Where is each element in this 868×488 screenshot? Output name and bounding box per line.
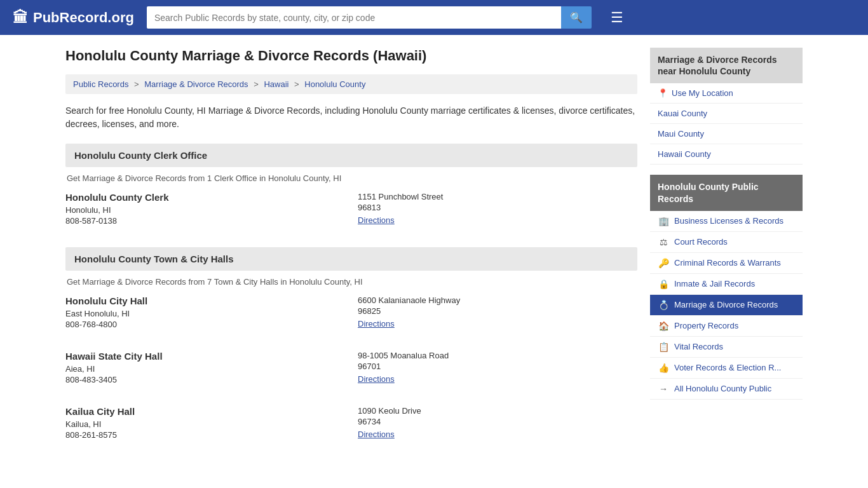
- cityhall-directions-link-2[interactable]: Directions: [358, 430, 395, 439]
- inmate-icon: 🔒: [658, 279, 669, 289]
- breadcrumb-sep-3: >: [294, 79, 299, 89]
- clerk-zip: 96813: [358, 203, 637, 212]
- business-icon: 🏢: [658, 216, 669, 226]
- cityhall-address-2: 1090 Keolu Drive: [358, 406, 637, 416]
- sidebar-item-marriage-label: Marriage & Divorce Records: [674, 300, 778, 309]
- cityhall-row-2: Kailua City Hall Kailua, HI 808-261-8575…: [65, 406, 637, 440]
- clerk-record-right: 1151 Punchbowl Street 96813 Directions: [358, 192, 637, 226]
- sidebar-item-inmate-label: Inmate & Jail Records: [674, 279, 755, 288]
- cityhall-right-0: 6600 Kalanianaole Highway 96825 Directio…: [358, 295, 637, 329]
- breadcrumb-sep-1: >: [134, 79, 139, 89]
- search-icon: 🔍: [570, 12, 583, 23]
- page-title: Honolulu County Marriage & Divorce Recor…: [65, 48, 637, 64]
- sidebar-item-property[interactable]: 🏠 Property Records: [650, 316, 803, 337]
- cityhall-zip-0: 96825: [358, 306, 637, 316]
- search-area: 🔍: [147, 6, 592, 29]
- cityhall-name-2: Kailua City Hall: [65, 406, 345, 417]
- cityhall-right-1: 98-1005 Moanalua Road 96701 Directions: [358, 351, 637, 384]
- all-icon: →: [658, 384, 669, 394]
- sidebar-item-court-label: Court Records: [674, 237, 728, 247]
- clerk-directions-link[interactable]: Directions: [358, 215, 395, 225]
- sidebar-item-criminal[interactable]: 🔑 Criminal Records & Warrants: [650, 253, 803, 274]
- cityhall-record-1: Hawaii State City Hall Aiea, HI 808-483-…: [65, 351, 637, 391]
- clerk-city: Honolulu, HI: [65, 205, 345, 215]
- sidebar-item-property-label: Property Records: [674, 321, 738, 330]
- use-location-label: Use My Location: [672, 88, 733, 98]
- sidebar-item-marriage[interactable]: 💍 Marriage & Divorce Records: [650, 295, 803, 316]
- cityhall-city-2: Kailua, HI: [65, 419, 345, 429]
- cityhall-right-2: 1090 Keolu Drive 96734 Directions: [358, 406, 637, 440]
- search-input[interactable]: [147, 6, 561, 29]
- sidebar-item-all-label: All Honolulu County Public: [674, 384, 771, 393]
- sidebar-nearby-hawaii[interactable]: Hawaii County: [650, 144, 803, 165]
- cityhalls-section-desc: Get Marriage & Divorce Records from 7 To…: [65, 277, 637, 287]
- breadcrumb-honolulu-county[interactable]: Honolulu County: [304, 79, 365, 89]
- page-description: Search for free Honolulu County, HI Marr…: [65, 104, 637, 131]
- cityhall-left-0: Honolulu City Hall East Honolulu, HI 808…: [65, 295, 345, 329]
- sidebar-item-inmate[interactable]: 🔒 Inmate & Jail Records: [650, 274, 803, 295]
- sidebar-item-voter[interactable]: 👍 Voter Records & Election R...: [650, 358, 803, 379]
- clerk-section-header: Honolulu County Clerk Office: [65, 144, 637, 167]
- cityhall-city-1: Aiea, HI: [65, 364, 345, 374]
- main-container: Honolulu County Marriage & Divorce Recor…: [53, 35, 815, 474]
- cityhall-phone-2: 808-261-8575: [65, 430, 345, 440]
- breadcrumb-hawaii[interactable]: Hawaii: [264, 79, 288, 89]
- marriage-icon: 💍: [658, 300, 669, 310]
- menu-button[interactable]: ☰: [611, 10, 623, 26]
- cityhall-row-0: Honolulu City Hall East Honolulu, HI 808…: [65, 295, 637, 329]
- sidebar-item-business[interactable]: 🏢 Business Licenses & Records: [650, 211, 803, 232]
- cityhall-directions-link-0[interactable]: Directions: [358, 319, 395, 329]
- cityhall-phone-0: 808-768-4800: [65, 320, 345, 329]
- cityhall-record-2: Kailua City Hall Kailua, HI 808-261-8575…: [65, 406, 637, 446]
- hamburger-icon: ☰: [611, 10, 623, 25]
- sidebar-nearby-section: Marriage & Divorce Records near Honolulu…: [650, 48, 803, 165]
- cityhall-phone-1: 808-483-3405: [65, 375, 345, 384]
- content-area: Honolulu County Marriage & Divorce Recor…: [65, 48, 637, 461]
- vital-icon: 📋: [658, 342, 669, 352]
- sidebar-nearby-kauai[interactable]: Kauai County: [650, 104, 803, 124]
- sidebar-item-criminal-label: Criminal Records & Warrants: [674, 258, 781, 268]
- cityhall-left-2: Kailua City Hall Kailua, HI 808-261-8575: [65, 406, 345, 440]
- breadcrumb-marriage-divorce[interactable]: Marriage & Divorce Records: [144, 79, 248, 89]
- criminal-icon: 🔑: [658, 258, 669, 268]
- clerk-name: Honolulu County Clerk: [65, 192, 345, 203]
- sidebar-item-vital[interactable]: 📋 Vital Records: [650, 337, 803, 358]
- clerk-section-desc: Get Marriage & Divorce Records from 1 Cl…: [65, 173, 637, 183]
- property-icon: 🏠: [658, 321, 669, 331]
- clerk-address: 1151 Punchbowl Street: [358, 192, 637, 201]
- breadcrumb-sep-2: >: [254, 79, 259, 89]
- cityhall-name-1: Hawaii State City Hall: [65, 351, 345, 362]
- cityhalls-section-header: Honolulu County Town & City Halls: [65, 247, 637, 271]
- sidebar-item-court[interactable]: ⚖ Court Records: [650, 232, 803, 253]
- cityhall-zip-1: 96701: [358, 362, 637, 371]
- cityhall-address-1: 98-1005 Moanalua Road: [358, 351, 637, 360]
- breadcrumb-public-records[interactable]: Public Records: [73, 79, 128, 89]
- cityhall-left-1: Hawaii State City Hall Aiea, HI 808-483-…: [65, 351, 345, 384]
- search-button[interactable]: 🔍: [561, 6, 592, 29]
- voter-icon: 👍: [658, 363, 669, 373]
- sidebar-records-title: Honolulu County Public Records: [650, 175, 803, 210]
- cityhall-directions-link-1[interactable]: Directions: [358, 374, 395, 384]
- sidebar-nearby-maui[interactable]: Maui County: [650, 124, 803, 144]
- cityhall-address-0: 6600 Kalanianaole Highway: [358, 295, 637, 305]
- sidebar-records-section: Honolulu County Public Records 🏢 Busines…: [650, 175, 803, 399]
- logo-text: PubRecord.org: [33, 10, 134, 26]
- sidebar-item-business-label: Business Licenses & Records: [674, 216, 783, 226]
- clerk-record: Honolulu County Clerk Honolulu, HI 808-5…: [65, 192, 637, 232]
- clerk-record-row: Honolulu County Clerk Honolulu, HI 808-5…: [65, 192, 637, 226]
- cityhall-city-0: East Honolulu, HI: [65, 309, 345, 318]
- sidebar: Marriage & Divorce Records near Honolulu…: [650, 48, 803, 461]
- clerk-record-left: Honolulu County Clerk Honolulu, HI 808-5…: [65, 192, 345, 226]
- use-my-location[interactable]: 📍 Use My Location: [650, 83, 803, 104]
- sidebar-item-all[interactable]: → All Honolulu County Public: [650, 379, 803, 400]
- logo-icon: 🏛: [13, 9, 28, 27]
- logo[interactable]: 🏛 PubRecord.org: [13, 9, 134, 27]
- cityhall-name-0: Honolulu City Hall: [65, 295, 345, 306]
- cityhall-record-0: Honolulu City Hall East Honolulu, HI 808…: [65, 295, 637, 336]
- location-icon: 📍: [658, 88, 668, 98]
- cityhall-row-1: Hawaii State City Hall Aiea, HI 808-483-…: [65, 351, 637, 384]
- cityhall-zip-2: 96734: [358, 417, 637, 426]
- sidebar-item-vital-label: Vital Records: [674, 342, 723, 351]
- sidebar-item-voter-label: Voter Records & Election R...: [674, 363, 781, 372]
- clerk-phone: 808-587-0138: [65, 216, 345, 226]
